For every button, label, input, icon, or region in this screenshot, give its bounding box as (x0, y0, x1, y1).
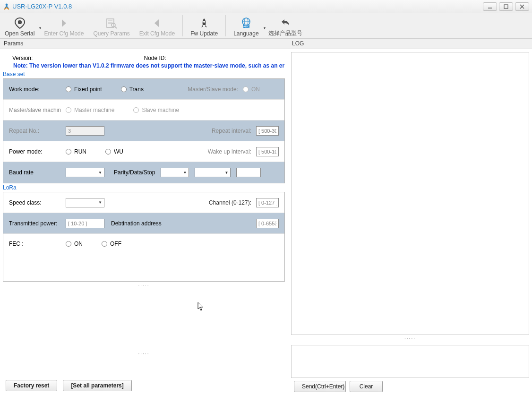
log-pane: LOG ····· Send(Ctrl+Enter) Clear (288, 39, 532, 395)
slave-machine-radio: Slave machine (133, 107, 179, 113)
svg-rect-2 (504, 5, 508, 9)
tx-power-input[interactable] (66, 219, 104, 228)
parity-select[interactable]: ▼ (161, 168, 189, 177)
fec-off-radio[interactable]: OFF (102, 240, 121, 247)
data-select[interactable]: ▼ (195, 168, 231, 177)
fec-label: FEC : (9, 240, 66, 247)
open-serial-icon (14, 17, 26, 29)
work-mode-trans-radio[interactable]: Trans (121, 86, 144, 93)
enter-cfg-button[interactable]: Enter Cfg Mode (39, 13, 88, 38)
language-button[interactable]: ABC Language ▾ (229, 13, 263, 38)
repeat-no-input (66, 126, 104, 136)
tx-power-row: Transmitted power: Debtination address (3, 213, 284, 234)
close-button[interactable] (515, 2, 529, 11)
params-header: Params (0, 39, 288, 49)
maximize-button[interactable] (499, 2, 513, 11)
lora-table: Speed class: ▼ Channel (0-127): Transmit… (3, 192, 285, 282)
query-icon (105, 17, 118, 29)
power-mode-wu-radio[interactable]: WU (105, 148, 123, 155)
app-icon (3, 3, 10, 10)
window-controls (483, 2, 529, 11)
grip-dots-right: ····· (288, 335, 532, 342)
master-machine-radio: Master machine (66, 107, 114, 113)
fec-row: FEC : ON OFF (3, 234, 284, 276)
fw-update-button[interactable]: Fw Update (186, 13, 223, 38)
wake-interval-label: Wake up interval: (208, 148, 251, 155)
stop-input[interactable] (236, 168, 261, 177)
exit-cfg-button[interactable]: Exit Cfg Mode (135, 13, 180, 38)
work-mode-label: Work mode: (9, 86, 66, 93)
tx-power-label: Transmitted power: (9, 220, 66, 227)
params-pane: Params Version: Node ID: Note: The versi… (0, 39, 288, 395)
work-mode-fixed-radio[interactable]: Fixed point (66, 86, 102, 93)
speed-class-row: Speed class: ▼ Channel (0-127): (3, 192, 284, 213)
log-header: LOG (288, 39, 532, 49)
repeat-interval-input (256, 126, 279, 136)
bottom-buttons: Factory reset [Set all parameters] (0, 376, 288, 395)
work-mode-row: Work mode: Fixed point Trans Master/Slav… (3, 79, 284, 100)
language-icon: ABC (240, 17, 252, 29)
rocket-icon (198, 17, 210, 29)
open-serial-label: Open Serial (5, 30, 34, 37)
repeat-no-row: Repeat No.: Repeat interval: (3, 120, 284, 141)
ms-machine-label: Master/slave machin (9, 107, 66, 113)
node-id-label: Node ID: (144, 55, 166, 61)
clear-button[interactable]: Clear (350, 381, 383, 392)
channel-label: Channel (0-127): (209, 199, 251, 206)
dest-addr-label: Debtination address (111, 220, 162, 227)
base-set-title: Base set (3, 70, 285, 78)
master-slave-mode-label: Master/Slave mode: (188, 86, 238, 93)
undo-icon (279, 16, 292, 28)
version-label: Version: (12, 55, 144, 61)
toolbar: Open Serial ▾ Enter Cfg Mode Query Param… (0, 13, 532, 39)
query-params-button[interactable]: Query Params (88, 13, 134, 38)
master-slave-on-radio: ON (243, 86, 260, 93)
baud-select[interactable]: ▼ (66, 168, 104, 177)
fec-on-radio[interactable]: ON (66, 240, 83, 247)
chevron-right-icon (58, 17, 70, 29)
wake-interval-input[interactable] (256, 147, 279, 156)
repeat-no-label: Repeat No.: (9, 128, 66, 134)
grip-dots: ····· (3, 282, 285, 289)
speed-class-label: Speed class: (9, 199, 66, 206)
power-mode-row: Power mode: RUN WU Wake up interval: (3, 141, 284, 162)
power-mode-run-radio[interactable]: RUN (66, 148, 86, 155)
set-all-parameters-button[interactable]: [Set all parameters] (63, 380, 131, 391)
send-textarea[interactable] (291, 345, 529, 378)
grip-dots-2: ····· (3, 350, 285, 357)
lora-title: LoRa (3, 183, 285, 192)
svg-line-13 (115, 26, 117, 28)
svg-point-12 (112, 23, 115, 27)
repeat-interval-label: Repeat interval: (212, 128, 251, 134)
log-textarea[interactable] (291, 52, 529, 335)
baud-label: Baud rate (9, 169, 66, 176)
svg-point-14 (203, 21, 205, 23)
send-button[interactable]: Send(Ctrl+Enter) (294, 381, 346, 392)
channel-input[interactable] (256, 198, 279, 207)
minimize-button[interactable] (483, 2, 497, 11)
version-row: Version: Node ID: (3, 52, 285, 62)
power-mode-label: Power mode: (9, 148, 66, 155)
window-titlebar: USR-LG20X-P V1.0.8 (0, 0, 532, 13)
base-set-table: Work mode: Fixed point Trans Master/Slav… (3, 78, 285, 183)
baud-row: Baud rate ▼ Parity/Data/Stop ▼ ▼ (3, 162, 284, 183)
dest-addr-input[interactable] (256, 219, 279, 228)
ms-machine-row: Master/slave machin Master machine Slave… (3, 100, 284, 120)
svg-text:ABC: ABC (243, 25, 249, 28)
open-serial-button[interactable]: Open Serial ▾ (0, 13, 39, 38)
select-model-button[interactable]: 选择产品型号 (264, 13, 307, 38)
speed-class-select[interactable]: ▼ (66, 198, 104, 207)
window-title: USR-LG20X-P V1.0.8 (12, 3, 72, 10)
chevron-left-icon (151, 17, 163, 29)
factory-reset-button[interactable]: Factory reset (6, 380, 57, 391)
pds-label: Parity/Data/Stop (114, 169, 155, 176)
firmware-note: Note: The version lower than V1.0.2 firm… (3, 62, 285, 70)
